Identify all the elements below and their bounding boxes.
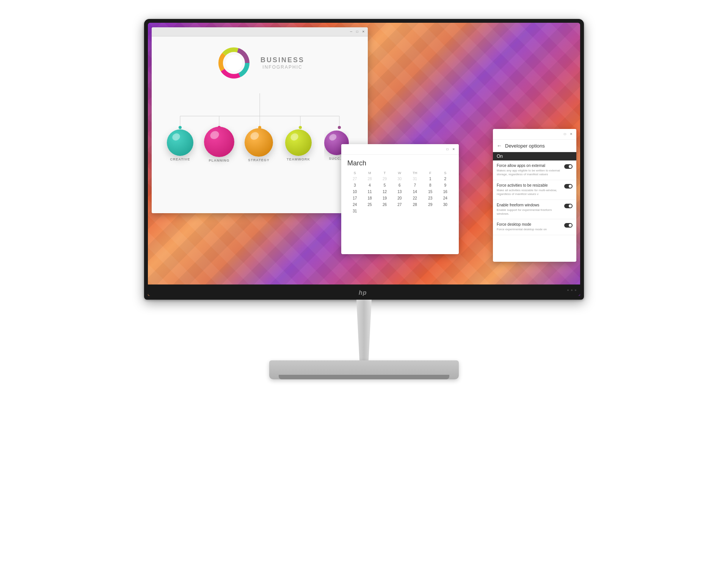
cal-day[interactable]: 13	[392, 189, 407, 195]
bezel-dot-1	[567, 289, 569, 291]
day-header-t1: T	[377, 170, 392, 176]
dev-maximize-button[interactable]: □	[563, 132, 567, 137]
cal-day[interactable]: 26	[377, 201, 392, 208]
calendar-maximize-button[interactable]: □	[445, 147, 450, 152]
calendar-month: March	[347, 159, 453, 167]
circle-item-strategy: STRATEGY	[245, 128, 273, 162]
cal-day[interactable]: 11	[362, 189, 377, 195]
dev-option-3: Enable freeform windows Enable support f…	[493, 200, 576, 220]
dev-options-header: ← Developer options	[493, 140, 576, 152]
circle-item-planning: PLANNING	[204, 127, 234, 162]
svg-text:hp: hp	[359, 289, 367, 296]
cal-day[interactable]: 24	[438, 195, 453, 201]
teamwork-label: TEAMWORK	[287, 157, 310, 161]
cal-day[interactable]: 31	[407, 176, 423, 182]
cal-day[interactable]: 20	[392, 195, 407, 201]
svg-point-13	[179, 126, 182, 129]
calendar-close-button[interactable]: ✕	[451, 147, 456, 152]
cal-day[interactable]: 29	[423, 201, 438, 208]
cal-day[interactable]: 18	[362, 195, 377, 201]
cal-day[interactable]: 8	[423, 182, 438, 189]
dev-option-3-title: Enable freeform windows	[497, 203, 561, 207]
back-arrow-icon[interactable]: ←	[497, 143, 502, 149]
infographic-titlebar: ─ □ ✕	[152, 27, 368, 36]
dev-option-1: Force allow apps on external Makes any a…	[493, 160, 576, 180]
dev-options-titlebar: □ ✕	[493, 129, 576, 140]
svg-point-5	[226, 55, 242, 71]
teamwork-circle	[285, 129, 312, 156]
day-header-m: M	[362, 170, 377, 176]
dev-option-1-title: Force allow apps on external	[497, 163, 561, 168]
dev-option-4-toggle[interactable]	[564, 223, 573, 228]
developer-options-panel[interactable]: □ ✕ ← Developer options On Force allow a…	[493, 129, 576, 262]
cal-day[interactable]: 7	[407, 182, 423, 189]
strategy-circle	[245, 128, 273, 157]
calendar-week-2: 3 4 5 6 7 8 9	[347, 182, 453, 189]
infographic-title-block: BUSINESS INFOGRAPHIC	[260, 56, 304, 70]
dev-option-4: Force desktop mode Force experimental de…	[493, 219, 576, 235]
cal-day[interactable]: 2	[438, 176, 453, 182]
monitor-screen: ─ □ ✕	[148, 23, 580, 296]
maximize-button[interactable]: □	[355, 30, 359, 34]
monitor-stand-base	[269, 360, 459, 379]
cal-day[interactable]: 9	[438, 182, 453, 189]
cal-day[interactable]: 24	[347, 201, 362, 208]
strategy-label: STRATEGY	[248, 158, 269, 162]
infographic-window[interactable]: ─ □ ✕	[152, 27, 368, 213]
infographic-content: BUSINESS INFOGRAPHIC	[152, 36, 368, 213]
cal-day[interactable]: 14	[407, 189, 423, 195]
cal-day[interactable]: 28	[407, 201, 423, 208]
infographic-heading1: BUSINESS	[260, 56, 304, 64]
monitor-stand-neck	[349, 300, 379, 360]
infographic-header: BUSINESS INFOGRAPHIC	[215, 44, 304, 82]
dev-option-3-text: Enable freeform windows Enable support f…	[497, 203, 561, 216]
dev-options-title: Developer options	[505, 143, 545, 149]
monitor-assembly: ─ □ ✕	[140, 19, 588, 550]
cal-day[interactable]: 4	[362, 182, 377, 189]
dev-option-2-text: Force activities to be resizable Make al…	[497, 183, 561, 196]
cal-day[interactable]: 25	[362, 201, 377, 208]
dev-option-1-toggle[interactable]	[564, 164, 573, 169]
cal-day[interactable]: 28	[362, 176, 377, 182]
cal-day[interactable]: 1	[423, 176, 438, 182]
cal-day[interactable]: 30	[438, 201, 453, 208]
bezel-dot-2	[571, 289, 573, 291]
svg-point-17	[338, 126, 341, 129]
calendar-header-row: S M T W TH F S	[347, 170, 453, 176]
cal-day[interactable]: 29	[377, 176, 392, 182]
cal-day[interactable]: 3	[347, 182, 362, 189]
cal-day[interactable]: 23	[423, 195, 438, 201]
cal-day[interactable]: 17	[347, 195, 362, 201]
cal-day[interactable]: 30	[392, 176, 407, 182]
planning-label: PLANNING	[209, 159, 230, 162]
calendar-window[interactable]: □ ✕ March S M T W TH F	[341, 144, 459, 254]
dev-option-4-text: Force desktop mode Force experimental de…	[497, 222, 561, 231]
close-button[interactable]: ✕	[361, 30, 366, 34]
cal-day[interactable]: 12	[377, 189, 392, 195]
planning-circle	[204, 127, 234, 157]
svg-point-16	[299, 126, 302, 129]
creative-label: CREATIVE	[170, 157, 190, 161]
cal-day[interactable]: 16	[438, 189, 453, 195]
calendar-week-4: 17 18 19 20 22 23 24	[347, 195, 453, 201]
cal-day[interactable]: 19	[377, 195, 392, 201]
dev-option-3-desc: Enable support for experimental freeform…	[497, 208, 561, 216]
dev-option-2-toggle[interactable]	[564, 184, 573, 189]
dev-option-3-toggle[interactable]	[564, 204, 573, 208]
cal-day[interactable]: 27	[392, 201, 407, 208]
minimize-button[interactable]: ─	[349, 30, 353, 34]
dev-option-1-desc: Makes any app eligible to be written to …	[497, 169, 561, 177]
dev-status-bar: On	[493, 152, 576, 160]
calendar-week-5: 24 25 26 27 28 29 30	[347, 201, 453, 208]
calendar-week-3: 10 11 12 13 14 15 16	[347, 189, 453, 195]
cal-day[interactable]: 15	[423, 189, 438, 195]
cal-day[interactable]: 27	[347, 176, 362, 182]
cal-day[interactable]: 5	[377, 182, 392, 189]
cal-day[interactable]: 10	[347, 189, 362, 195]
cal-day[interactable]: 31	[347, 208, 362, 214]
dev-option-2-title: Force activities to be resizable	[497, 183, 561, 188]
bezel-dot-3	[575, 289, 576, 291]
dev-close-button[interactable]: ✕	[569, 132, 573, 137]
cal-day[interactable]: 6	[392, 182, 407, 189]
cal-day[interactable]: 22	[407, 195, 423, 201]
